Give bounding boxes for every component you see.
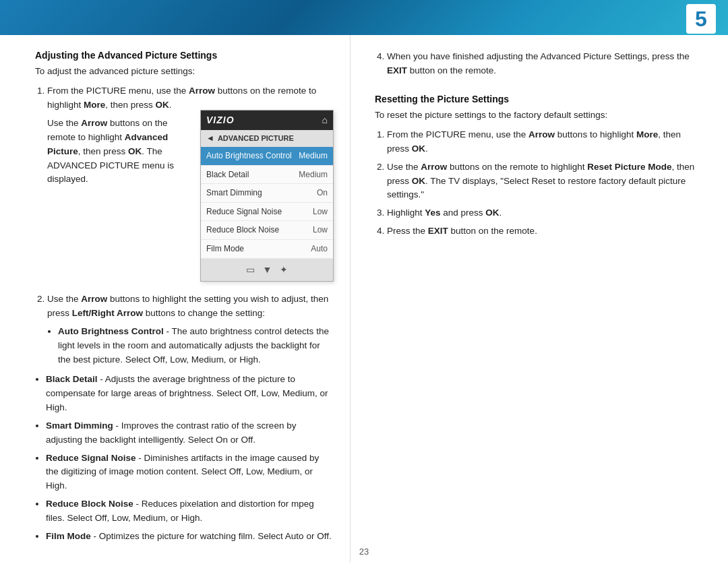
tv-menu-row-bd: Black Detail Medium: [201, 166, 333, 185]
home-icon: ⌂: [322, 113, 328, 128]
bullets-list: Auto Brightness Control - The auto brigh…: [47, 325, 334, 367]
step1-more-bold: More: [84, 100, 105, 110]
row-label-sd: Smart Dimming: [206, 187, 311, 199]
right-steps-list-top: When you have finished adjusting the Adv…: [375, 50, 701, 78]
bottom-bullets-list: Black Detail - Adjusts the average brigh…: [35, 373, 334, 544]
page-number: 5: [695, 7, 707, 32]
right-step-4: When you have finished adjusting the Adv…: [387, 50, 701, 78]
tv-menu-row-rbn: Reduce Block Noise Low: [201, 221, 333, 240]
tv-menu-row-rsn: Reduce Signal Noise Low: [201, 203, 333, 222]
row-value-rsn: Low: [313, 206, 328, 218]
rs1-more-bold: More: [636, 129, 658, 139]
rs2-rpm-bold: Reset Picture Mode: [587, 162, 671, 172]
left-intro: To adjust the advanced picture settings:: [35, 65, 334, 79]
right-column: When you have finished adjusting the Adv…: [351, 35, 728, 562]
row-value-rbn: Low: [313, 224, 328, 237]
back-arrow-icon: ◄: [206, 132, 214, 145]
rs2-arrow-bold: Arrow: [421, 162, 447, 172]
step1-arrow-bold: Arrow: [189, 86, 215, 96]
row-value-fm: Auto: [311, 243, 328, 255]
vizio-logo: VIZIO: [206, 113, 235, 128]
page-number-badge: 5: [686, 4, 716, 34]
step2-text: Use the Arrow buttons on the remote to h…: [47, 117, 192, 187]
bullet-bd: Black Detail - Adjusts the average brigh…: [46, 373, 334, 415]
main-content: Adjusting the Advanced Picture Settings …: [0, 35, 728, 562]
right-step-2: Use the Arrow buttons on the remote to h…: [387, 160, 701, 203]
step2-arrow-bold: Arrow: [81, 118, 107, 128]
step1-ok-bold: OK: [156, 100, 169, 110]
right-step-1: From the PICTURE menu, use the Arrow but…: [387, 128, 701, 156]
step2-ok-bold: OK: [128, 146, 142, 156]
bullet-abc: Auto Brightness Control - The auto brigh…: [58, 325, 334, 367]
bullet-abc-label: Auto Brightness Control: [58, 326, 164, 336]
row-value-sd: On: [317, 187, 328, 199]
tv-menu-settings-icon: ✦: [280, 263, 288, 278]
rs4-exit-bold: EXIT: [428, 226, 448, 236]
bullet-rsn-label: Reduce Signal Noise: [46, 453, 136, 463]
tv-menu-row-fm: Film Mode Auto: [201, 240, 333, 259]
bullet-fm-label: Film Mode: [46, 531, 91, 541]
rs3-ok-bold: OK: [485, 208, 499, 218]
bullet-sd-label: Smart Dimming: [46, 420, 113, 431]
bullet-sd: Smart Dimming - Improves the contrast ra…: [46, 419, 334, 447]
left-section-title: Adjusting the Advanced Picture Settings: [35, 50, 334, 61]
step2-advpic-bold: Advanced Picture: [47, 132, 168, 156]
tv-menu: VIZIO ⌂ ◄ ADVANCED PICTURE Auto Brightne…: [200, 110, 334, 282]
bullet-rbn: Reduce Block Noise - Reduces pixelation …: [46, 497, 334, 526]
bullet-rbn-label: Reduce Block Noise: [46, 499, 133, 509]
left-step-1: From the PICTURE menu, use the Arrow but…: [47, 84, 334, 113]
bullet-bd-label: Black Detail: [46, 374, 98, 384]
step3-lr-bold: Left/Right Arrow: [72, 308, 143, 318]
tv-menu-container: VIZIO ⌂ ◄ ADVANCED PICTURE Auto Brightne…: [200, 110, 334, 282]
row-label-rbn: Reduce Block Noise: [206, 224, 307, 237]
tv-menu-down-icon: ▼: [263, 263, 272, 278]
row-value-bd: Medium: [299, 168, 328, 181]
row-value-abc: Medium: [299, 150, 328, 162]
tv-menu-row-sd: Smart Dimming On: [201, 184, 333, 203]
footer-page-number: 23: [359, 547, 369, 557]
left-step-3: Use the Arrow buttons to highlight the s…: [47, 292, 334, 367]
tv-menu-title-bar: VIZIO ⌂: [201, 111, 333, 131]
step4-exit-bold: EXIT: [387, 65, 407, 75]
tv-menu-section-header: ◄ ADVANCED PICTURE: [201, 130, 333, 147]
rs1-ok-bold: OK: [412, 144, 425, 154]
bullet-rsn: Reduce Signal Noise - Diminishes artifac…: [46, 451, 334, 494]
rs1-arrow-bold: Arrow: [528, 129, 555, 139]
tv-menu-row-abc: Auto Brightness Control Medium: [201, 147, 333, 166]
row-label-fm: Film Mode: [206, 243, 305, 255]
right-section-title: Resetting the Picture Settings: [375, 94, 701, 104]
tv-menu-bottom: ▭ ▼ ✦: [201, 259, 333, 282]
right-steps-list: From the PICTURE menu, use the Arrow but…: [375, 128, 701, 239]
right-step-4-reset: Press the EXIT button on the remote.: [387, 224, 701, 239]
rs2-ok-bold: OK: [412, 176, 425, 186]
rs3-yes-bold: Yes: [425, 208, 440, 218]
right-step-3: Highlight Yes and press OK.: [387, 206, 701, 220]
section-header-label: ADVANCED PICTURE: [218, 133, 294, 144]
row-label-rsn: Reduce Signal Noise: [206, 206, 307, 218]
row-label-bd: Black Detail: [206, 168, 293, 181]
step3-arrow-bold: Arrow: [81, 294, 107, 304]
right-section-intro: To reset the picture settings to the fac…: [375, 108, 701, 123]
tv-menu-screen-icon: ▭: [246, 263, 255, 278]
row-label-abc: Auto Brightness Control: [206, 150, 293, 162]
header-bar: 5: [0, 0, 728, 35]
footer: 23: [0, 547, 728, 557]
left-step-2: Use the Arrow buttons on the remote to h…: [47, 117, 334, 289]
left-column: Adjusting the Advanced Picture Settings …: [0, 35, 351, 562]
bullet-fm: Film Mode - Optimizes the picture for wa…: [46, 530, 334, 544]
left-steps-list: From the PICTURE menu, use the Arrow but…: [35, 84, 334, 367]
